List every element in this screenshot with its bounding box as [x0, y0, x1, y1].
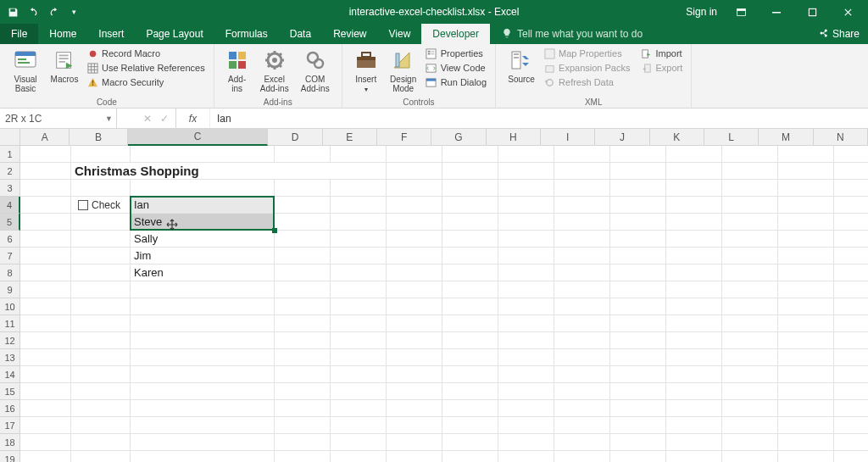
row-header[interactable]: 10 [0, 298, 20, 315]
cell[interactable] [275, 214, 331, 231]
cell[interactable] [442, 400, 498, 417]
cell[interactable] [834, 366, 868, 383]
cell[interactable] [387, 231, 442, 248]
design-mode-button[interactable]: Design Mode [387, 47, 420, 93]
cell[interactable] [331, 298, 387, 315]
cell[interactable] [610, 214, 666, 231]
cell[interactable] [498, 163, 554, 180]
cell[interactable] [778, 298, 834, 315]
tab-insert[interactable]: Insert [87, 24, 135, 44]
cell[interactable] [834, 180, 868, 197]
cell[interactable] [666, 180, 722, 197]
cell[interactable]: Check [71, 197, 131, 214]
cell[interactable] [722, 451, 778, 462]
sign-in-link[interactable]: Sign in [686, 6, 717, 18]
cell[interactable] [666, 248, 722, 264]
checkbox-control[interactable]: Check [78, 199, 120, 211]
cell[interactable] [331, 451, 387, 462]
cell[interactable] [331, 197, 387, 214]
cell[interactable] [131, 400, 275, 417]
cell[interactable] [275, 332, 331, 349]
cell[interactable] [498, 231, 554, 248]
cell[interactable] [554, 231, 610, 248]
cell[interactable] [275, 383, 331, 400]
cell[interactable] [71, 264, 131, 281]
cell[interactable] [275, 451, 331, 462]
macros-button[interactable]: Macros [47, 47, 81, 84]
visual-basic-button[interactable]: Visual Basic [8, 47, 42, 93]
cell[interactable] [498, 214, 554, 231]
cell[interactable] [131, 349, 275, 366]
save-icon[interactable] [7, 6, 19, 18]
cell[interactable] [498, 146, 554, 163]
tab-developer[interactable]: Developer [421, 24, 490, 44]
cell[interactable] [722, 248, 778, 264]
cell[interactable] [610, 434, 666, 451]
cell[interactable] [331, 315, 387, 332]
cell[interactable] [778, 264, 834, 281]
cell[interactable] [442, 451, 498, 462]
cell[interactable] [778, 332, 834, 349]
cell[interactable] [387, 332, 442, 349]
relative-references-button[interactable]: Use Relative References [86, 62, 205, 74]
cell[interactable] [834, 349, 868, 366]
cell[interactable] [610, 400, 666, 417]
cell[interactable] [834, 281, 868, 298]
cell[interactable] [71, 248, 131, 264]
enter-formula-icon[interactable]: ✓ [160, 113, 169, 125]
cell[interactable] [71, 366, 131, 383]
cell[interactable] [554, 349, 610, 366]
cell[interactable] [331, 248, 387, 264]
cell[interactable] [442, 298, 498, 315]
tab-review[interactable]: Review [322, 24, 377, 44]
cell[interactable] [71, 214, 131, 231]
cell[interactable] [722, 163, 778, 180]
column-header[interactable]: M [759, 129, 813, 146]
cell[interactable] [498, 400, 554, 417]
chevron-down-icon[interactable]: ▼ [105, 114, 113, 123]
cell[interactable] [834, 264, 868, 281]
cell[interactable] [442, 146, 498, 163]
cell[interactable]: Sally [131, 231, 275, 248]
cell[interactable] [666, 214, 722, 231]
cell[interactable] [331, 383, 387, 400]
column-header[interactable]: F [377, 129, 431, 146]
share-button[interactable]: Share [819, 24, 868, 44]
cell[interactable] [131, 434, 275, 451]
cell[interactable] [331, 417, 387, 434]
cell[interactable] [666, 315, 722, 332]
cell[interactable] [610, 315, 666, 332]
cell[interactable] [554, 163, 610, 180]
cell[interactable] [666, 451, 722, 462]
cell[interactable] [71, 298, 131, 315]
cell[interactable] [498, 417, 554, 434]
cell[interactable] [71, 315, 131, 332]
cell[interactable] [387, 434, 442, 451]
column-header[interactable]: I [541, 129, 595, 146]
cell[interactable] [554, 451, 610, 462]
cell[interactable] [498, 180, 554, 197]
column-header[interactable]: E [323, 129, 377, 146]
excel-addins-button[interactable]: Excel Add-ins [257, 47, 292, 93]
cell[interactable] [778, 349, 834, 366]
cell[interactable] [666, 349, 722, 366]
cell[interactable] [131, 281, 275, 298]
cell[interactable] [20, 214, 71, 231]
cell[interactable] [20, 180, 71, 197]
cell[interactable] [387, 417, 442, 434]
fx-label[interactable]: fx [176, 109, 210, 128]
cell[interactable] [442, 417, 498, 434]
cell[interactable] [442, 264, 498, 281]
cell[interactable] [666, 400, 722, 417]
cell[interactable] [554, 281, 610, 298]
column-header[interactable]: L [704, 129, 759, 146]
cell[interactable] [722, 281, 778, 298]
cell[interactable] [275, 180, 331, 197]
cell[interactable] [387, 383, 442, 400]
cell[interactable] [498, 281, 554, 298]
cell[interactable] [387, 163, 442, 180]
cell[interactable] [275, 349, 331, 366]
cell[interactable] [442, 434, 498, 451]
cell[interactable] [666, 197, 722, 214]
cell[interactable] [610, 366, 666, 383]
